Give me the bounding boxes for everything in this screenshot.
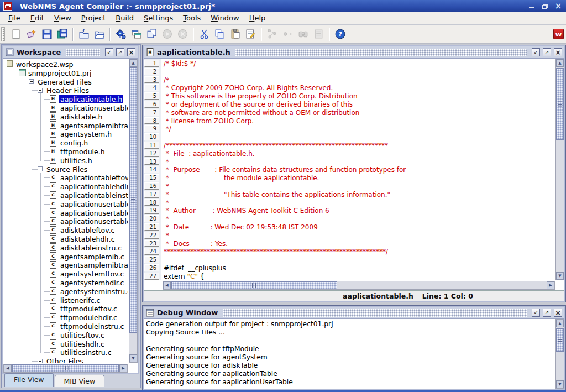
tree-item-label[interactable]: tftpmodulehdlr.c — [59, 313, 118, 322]
tree-item-aaplicationusertable-h[interactable]: Haaplicationusertable.h — [3, 103, 128, 112]
workspace-frame-grip[interactable] — [66, 49, 100, 56]
editor-hscroll-thumb[interactable] — [171, 281, 337, 289]
line-number-24[interactable]: 24 — [144, 248, 159, 255]
line-number-11[interactable]: 11 — [144, 142, 159, 149]
tree-item-label[interactable]: aaplicationtableftov.c — [59, 174, 128, 182]
menu-build[interactable]: Build — [111, 13, 139, 23]
tree-item-label[interactable]: snmpproject01.prj — [27, 69, 92, 77]
line-number-13[interactable]: 13 — [144, 158, 159, 165]
line-number-8[interactable]: 8 — [144, 117, 159, 124]
line-number-7[interactable]: 7 — [144, 109, 159, 116]
edit-properties-icon[interactable] — [243, 27, 258, 41]
editor-minimize-button[interactable]: ↙ — [532, 48, 540, 56]
line-number-15[interactable]: 15 — [144, 174, 159, 181]
tree-item-label[interactable]: adisktableinstru.c — [59, 244, 123, 252]
generate-code-icon[interactable] — [113, 27, 128, 41]
restore-button[interactable] — [541, 2, 549, 10]
tree-item-other-files[interactable]: Other Files — [3, 357, 128, 363]
line-number-26[interactable]: 26 — [144, 264, 159, 271]
tree-item-agentsamplemib-c[interactable]: Cagentsamplemib.c — [3, 252, 128, 261]
tree-item-agentsystem-h[interactable]: Hagentsystem.h — [3, 129, 128, 138]
tree-hscrollbar[interactable]: ◀ ▶ — [3, 364, 128, 373]
open-project-icon[interactable] — [92, 27, 106, 41]
tree-item-workspace2-wsp[interactable]: workspace2.wsp — [3, 60, 128, 69]
menu-file[interactable]: File — [3, 13, 25, 23]
tree-item-adisktableinstru-c[interactable]: Cadisktableinstru.c — [3, 243, 128, 252]
tree-vscrollbar[interactable]: ▲ ▼ — [129, 59, 138, 363]
tree-item-label[interactable]: adisktablehdlr.c — [59, 235, 116, 243]
tree-item-label[interactable]: aaplicationusertable.h — [59, 104, 128, 112]
line-number-5[interactable]: 5 — [144, 92, 159, 100]
workspace-frame-header[interactable]: Workspace ↙ ↗ × — [3, 46, 138, 59]
editor-maximize-button[interactable]: ↗ — [543, 48, 551, 56]
line-number-9[interactable]: 9 — [144, 125, 159, 132]
tree-item-label[interactable]: agentsystemftov.c — [59, 270, 125, 278]
debug-frame-grip[interactable] — [223, 309, 527, 317]
close-button[interactable]: × — [554, 2, 563, 10]
tree-item-tftpmodulehdlr-c[interactable]: Ctftpmodulehdlr.c — [3, 313, 128, 322]
tree-expander-minus-icon[interactable] — [29, 79, 34, 84]
tree-item-label[interactable]: tftpmodule.h — [59, 148, 106, 156]
minimize-button[interactable] — [527, 2, 536, 10]
menu-view[interactable]: View — [49, 13, 76, 23]
tree-item-label[interactable]: agentsamplemibtraps.h — [59, 122, 128, 130]
line-number-3[interactable]: 3 — [144, 76, 159, 83]
tree-item-label[interactable]: aaplicationusertableinstru.c — [59, 217, 128, 226]
tree-item-aaplicationtableinstru-c[interactable]: Caaplicationtableinstru.c — [3, 191, 128, 200]
editor-scroll-left-icon[interactable]: ◀ — [163, 281, 171, 289]
tree-item-label[interactable]: aaplicationusertablehdlr.c — [59, 209, 128, 217]
new-wizard-icon[interactable] — [24, 27, 38, 41]
line-number-2[interactable]: 2 — [144, 68, 159, 75]
tab-file-view[interactable]: File View — [4, 373, 54, 387]
tree-item-adisktableftov-c[interactable]: Cadisktableftov.c — [3, 226, 128, 234]
debug-vscrollbar[interactable]: ▲ ▼ — [555, 319, 564, 389]
line-number-16[interactable]: 16 — [144, 182, 159, 190]
debug-scroll-up-icon[interactable]: ▲ — [556, 320, 564, 327]
tree-scroll-right-icon[interactable]: ▶ — [119, 364, 127, 372]
line-number-1[interactable]: 1 — [144, 60, 159, 67]
tree-item-label[interactable]: aaplicationtablehdlr.c — [59, 182, 128, 191]
tree-item-generated-files[interactable]: Generated Files — [3, 77, 128, 86]
tree-item-label[interactable]: agentsamplemibtraps.c — [59, 261, 128, 269]
menu-project[interactable]: Project — [76, 13, 111, 23]
workspace-tree[interactable]: workspace2.wspsnmpproject01.prjGenerated… — [3, 59, 128, 363]
workspace-minimize-button[interactable]: ↙ — [105, 48, 113, 56]
editor-hscrollbar[interactable]: ◀ ▶ — [163, 281, 555, 290]
debug-output[interactable]: Code generation output for project : snm… — [144, 319, 554, 389]
save-all-icon[interactable] — [55, 27, 69, 41]
tree-item-utilitieshdlr-c[interactable]: Cutilitieshdlr.c — [3, 339, 128, 348]
save-icon[interactable] — [39, 27, 54, 41]
tree-item-agentsysteminstru-c[interactable]: Cagentsysteminstru.c — [3, 287, 128, 296]
editor-scroll-up-icon[interactable]: ▲ — [556, 59, 564, 67]
tree-item-listenerifc-c[interactable]: Clistenerifc.c — [3, 296, 128, 305]
tree-item-config-h[interactable]: Hconfig.h — [3, 138, 128, 147]
tree-item-utilitiesinstru-c[interactable]: Cutilitiesinstru.c — [3, 348, 128, 357]
toolbar-grip[interactable] — [1, 27, 5, 41]
copy-project-icon[interactable] — [144, 27, 159, 41]
tree-item-tftpmoduleftov-c[interactable]: Ctftpmoduleftov.c — [3, 304, 128, 313]
tree-item-label[interactable]: adisktableftov.c — [59, 226, 116, 234]
open-file-icon[interactable] — [76, 27, 91, 41]
tree-item-label[interactable]: adisktable.h — [59, 113, 103, 121]
debug-vscroll-thumb[interactable] — [556, 328, 564, 352]
line-number-17[interactable]: 17 — [144, 191, 159, 198]
tab-mib-view[interactable]: MIB View — [55, 375, 105, 387]
line-number-19[interactable]: 19 — [144, 207, 159, 214]
line-number-21[interactable]: 21 — [144, 223, 159, 231]
tree-item-label[interactable]: agentsystemhdlr.c — [59, 279, 125, 287]
tree-item-tftpmodule-h[interactable]: Htftpmodule.h — [3, 147, 128, 156]
titlebar[interactable]: WebNMS Agent Compiler :- snmpproject01.p… — [0, 0, 566, 12]
editor-vscrollbar[interactable]: ▲ ▼ — [555, 59, 564, 280]
tree-item-agentsystemhdlr-c[interactable]: Cagentsystemhdlr.c — [3, 278, 128, 287]
tree-item-label[interactable]: utilitiesinstru.c — [59, 348, 113, 357]
tree-item-aaplicationtable-h[interactable]: Haaplicationtable.h — [3, 95, 128, 103]
debug-minimize-button[interactable]: ↙ — [532, 309, 540, 317]
workspace-maximize-button[interactable]: ↗ — [116, 48, 124, 56]
tree-item-label[interactable]: Other Files — [45, 357, 85, 363]
tree-item-utilities-h[interactable]: Hutilities.h — [3, 156, 128, 165]
tree-item-adisktable-h[interactable]: Hadisktable.h — [3, 112, 128, 121]
tree-expander-minus-icon[interactable] — [38, 88, 43, 93]
tree-expander-minus-icon[interactable] — [38, 166, 43, 171]
tree-item-label[interactable]: tftpmoduleftov.c — [59, 305, 118, 313]
tree-item-label[interactable]: Header Files — [45, 86, 90, 95]
